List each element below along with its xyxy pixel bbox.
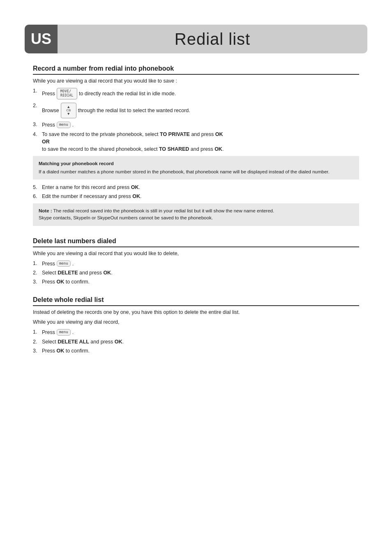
section-title-record: Record a number from redial into phonebo…: [33, 65, 359, 75]
menu-button-img-3: menu: [57, 329, 71, 336]
steps-list-record: 1. Press MOVE/REDIAL to directly reach t…: [33, 88, 359, 152]
del-step-2: 2. Select DELETE and press OK.: [33, 270, 359, 276]
language-badge: US: [25, 25, 58, 53]
section-intro-delete-whole-2: While you are viewing any dial record,: [33, 319, 359, 325]
step-1: 1. Press MOVE/REDIAL to directly reach t…: [33, 88, 359, 99]
redial-button-img: MOVE/REDIAL: [57, 88, 77, 99]
section-intro-delete-whole-1: Instead of deleting the records one by o…: [33, 309, 359, 315]
nav-button-img: ▲ CB ▼: [61, 103, 76, 118]
section-delete-last: Delete last numbers dialed While you are…: [33, 237, 359, 285]
note1-title: Matching your phonebook record: [39, 160, 353, 167]
step2-text-before: Browse: [42, 108, 59, 113]
note-redial-record: Note : The redial record saved into the …: [33, 203, 359, 226]
step-5: 5. Enter a name for this record and pres…: [33, 184, 359, 190]
steps-list-record-2: 5. Enter a name for this record and pres…: [33, 184, 359, 199]
menu-button-img-2: menu: [57, 260, 71, 267]
step4-line2: to save the record to the shared phonebo…: [42, 146, 224, 152]
section-record-number: Record a number from redial into phonebo…: [33, 65, 359, 226]
page-header: US Redial list: [25, 25, 367, 53]
whole-step-2: 2. Select DELETE ALL and press OK.: [33, 339, 359, 345]
step4-or: OR: [42, 139, 224, 145]
step3-text-before: Press: [42, 122, 55, 128]
steps-list-delete-last: 1. Press menu . 2. Select DELETE and pre…: [33, 260, 359, 285]
step-4: 4. To save the record to the private pho…: [33, 131, 359, 152]
section-title-delete-last: Delete last numbers dialed: [33, 237, 359, 247]
step-3: 3. Press menu .: [33, 122, 359, 128]
step6-text: Edit the number if necessary and press O…: [42, 193, 142, 199]
title-bar: Redial list: [58, 25, 367, 53]
del-step1-text-before: Press: [42, 261, 55, 267]
step1-text-before: Press: [42, 91, 55, 97]
step4-line1: To save the record to the private phoneb…: [42, 131, 224, 137]
section-intro-delete-last: While you are viewing a dial record that…: [33, 251, 359, 256]
note1-text: If a dialed number matches a phone numbe…: [39, 169, 330, 174]
whole-step1-text-before: Press: [42, 329, 55, 335]
menu-button-img-1: menu: [57, 122, 71, 128]
whole-step-3: 3. Press OK to confirm.: [33, 348, 359, 354]
step1-text-after: to directly reach the redial list in idl…: [79, 91, 176, 97]
note-matching-phonebook: Matching your phonebook record If a dial…: [33, 156, 359, 180]
whole-step3-text: Press OK to confirm.: [42, 348, 90, 354]
steps-list-delete-whole: 1. Press menu . 2. Select DELETE ALL and…: [33, 329, 359, 354]
del-step2-text: Select DELETE and press OK.: [42, 270, 113, 276]
section-title-delete-whole: Delete whole redial list: [33, 296, 359, 306]
note2-text: Note : The redial record saved into the …: [39, 208, 274, 220]
page-title: Redial list: [175, 30, 250, 48]
whole-step-1: 1. Press menu .: [33, 329, 359, 336]
del-step3-text: Press OK to confirm.: [42, 279, 90, 285]
section-delete-whole: Delete whole redial list Instead of dele…: [33, 296, 359, 354]
main-content: Record a number from redial into phonebo…: [33, 65, 359, 354]
del-step-3: 3. Press OK to confirm.: [33, 279, 359, 285]
whole-step2-text: Select DELETE ALL and press OK.: [42, 339, 124, 345]
step-6: 6. Edit the number if necessary and pres…: [33, 193, 359, 199]
step2-text-after: through the redial list to select the wa…: [78, 108, 190, 113]
step-2: 2. Browse ▲ CB ▼ through the redial list…: [33, 103, 359, 118]
section-intro-record: While you are viewing a dial record that…: [33, 78, 359, 84]
step5-text: Enter a name for this record and press O…: [42, 184, 140, 190]
del-step-1: 1. Press menu .: [33, 260, 359, 267]
